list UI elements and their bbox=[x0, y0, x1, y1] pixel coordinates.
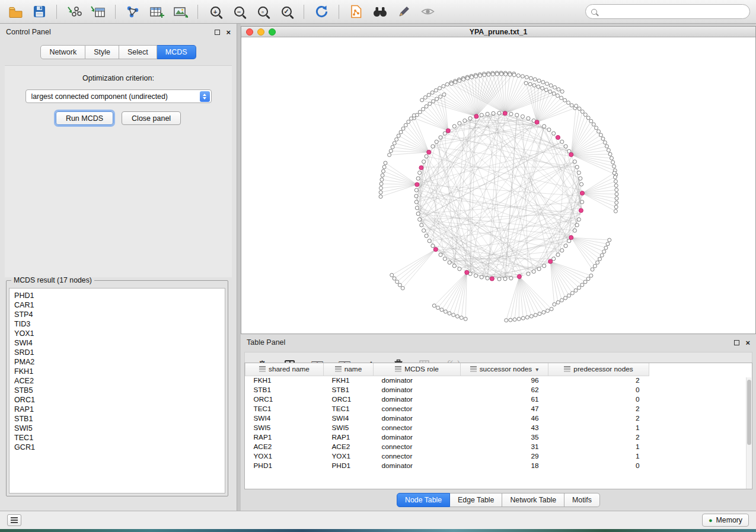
table-cell[interactable]: ACE2 bbox=[245, 442, 324, 451]
mcds-result-item[interactable]: SWI5 bbox=[14, 424, 225, 433]
table-row[interactable]: ORC1ORC1dominator610 bbox=[245, 395, 649, 404]
network-window-titlebar[interactable]: YPA_prune.txt_1 bbox=[241, 27, 755, 37]
table-cell[interactable]: dominator bbox=[374, 461, 461, 470]
table-row[interactable]: RAP1RAP1dominator352 bbox=[245, 432, 649, 442]
col-header-shared-name[interactable]: shared name bbox=[245, 363, 324, 376]
zoom-in-icon[interactable]: + bbox=[206, 3, 225, 21]
run-mcds-button[interactable]: Run MCDS bbox=[56, 111, 113, 125]
table-cell[interactable]: STB1 bbox=[324, 385, 374, 395]
new-network-icon[interactable] bbox=[123, 3, 142, 21]
import-network-icon[interactable] bbox=[65, 3, 84, 21]
save-session-icon[interactable] bbox=[30, 3, 49, 21]
table-cell[interactable]: dominator bbox=[374, 385, 461, 395]
col-header-predecessor-nodes[interactable]: predecessor nodes bbox=[548, 363, 649, 376]
show-panels-button[interactable] bbox=[7, 514, 21, 526]
tab-node-table[interactable]: Node Table bbox=[397, 493, 450, 507]
tab-edge-table[interactable]: Edge Table bbox=[450, 493, 502, 507]
table-cell[interactable]: RAP1 bbox=[245, 432, 324, 442]
table-cell[interactable]: 46 bbox=[461, 414, 548, 423]
memory-button[interactable]: ● Memory bbox=[702, 514, 749, 527]
table-row[interactable]: SWI4SWI4dominator462 bbox=[245, 414, 649, 423]
close-panel-button[interactable]: Close panel bbox=[122, 111, 181, 125]
open-session-icon[interactable] bbox=[6, 3, 25, 21]
optimization-criterion-select[interactable]: largest connected component (undirected) bbox=[25, 89, 212, 103]
export-image-icon[interactable] bbox=[171, 3, 190, 21]
close-panel-icon[interactable]: × bbox=[226, 28, 231, 36]
mcds-result-item[interactable]: PHD1 bbox=[14, 291, 225, 300]
table-cell[interactable]: YOX1 bbox=[324, 451, 374, 461]
table-cell[interactable]: 1 bbox=[548, 423, 649, 432]
mcds-result-item[interactable]: STB5 bbox=[14, 386, 225, 395]
zoom-fit-icon[interactable]: ▫ bbox=[253, 3, 272, 21]
share-network-icon[interactable] bbox=[347, 3, 366, 21]
table-cell[interactable]: 1 bbox=[548, 451, 649, 461]
mcds-result-item[interactable]: YOX1 bbox=[14, 329, 225, 338]
table-cell[interactable]: TEC1 bbox=[324, 404, 374, 414]
mcds-result-item[interactable]: STB1 bbox=[14, 414, 225, 424]
maximize-window-icon[interactable] bbox=[269, 28, 276, 36]
table-cell[interactable]: 96 bbox=[461, 376, 548, 385]
table-cell[interactable]: 61 bbox=[461, 395, 548, 404]
table-cell[interactable]: 2 bbox=[548, 414, 649, 423]
table-row[interactable]: YOX1YOX1connector291 bbox=[245, 451, 649, 461]
table-cell[interactable]: connector bbox=[374, 451, 461, 461]
table-cell[interactable]: dominator bbox=[374, 432, 461, 442]
column-menu-icon[interactable] bbox=[470, 366, 477, 374]
table-cell[interactable]: 18 bbox=[461, 461, 548, 470]
mcds-result-item[interactable]: ACE2 bbox=[14, 376, 225, 386]
table-cell[interactable]: SWI4 bbox=[245, 414, 324, 423]
apply-layout-icon[interactable] bbox=[312, 3, 331, 21]
import-table-icon[interactable] bbox=[88, 3, 107, 21]
table-cell[interactable]: dominator bbox=[374, 376, 461, 385]
column-menu-icon[interactable] bbox=[564, 366, 570, 374]
table-cell[interactable]: FKH1 bbox=[245, 376, 324, 385]
tab-motifs[interactable]: Motifs bbox=[564, 493, 600, 507]
network-view[interactable] bbox=[241, 37, 755, 334]
float-table-panel-icon[interactable] bbox=[734, 340, 739, 345]
table-cell[interactable]: 43 bbox=[461, 423, 548, 432]
close-window-icon[interactable] bbox=[246, 28, 253, 36]
mcds-result-item[interactable]: SWI4 bbox=[14, 338, 225, 348]
mcds-result-item[interactable]: TEC1 bbox=[14, 433, 225, 443]
column-menu-icon[interactable] bbox=[259, 366, 266, 374]
hide-details-icon[interactable] bbox=[418, 3, 437, 21]
zoom-out-icon[interactable]: − bbox=[229, 3, 248, 21]
minimize-window-icon[interactable] bbox=[257, 28, 264, 36]
table-cell[interactable]: PHD1 bbox=[324, 461, 374, 470]
sort-indicator-icon[interactable]: ▾ bbox=[535, 366, 538, 373]
table-cell[interactable]: 2 bbox=[548, 404, 649, 414]
float-panel-icon[interactable] bbox=[215, 30, 220, 35]
mcds-result-item[interactable]: FKH1 bbox=[14, 367, 225, 376]
tab-network-table[interactable]: Network Table bbox=[502, 493, 564, 507]
tab-mcds[interactable]: MCDS bbox=[157, 45, 196, 59]
tab-style[interactable]: Style bbox=[85, 45, 119, 59]
table-row[interactable]: FKH1FKH1dominator962 bbox=[245, 376, 649, 385]
table-cell[interactable]: SWI4 bbox=[324, 414, 374, 423]
table-cell[interactable]: ORC1 bbox=[245, 395, 324, 404]
column-menu-icon[interactable] bbox=[335, 366, 342, 374]
search-box[interactable] bbox=[585, 4, 750, 19]
scrollbar-thumb[interactable] bbox=[747, 380, 751, 445]
mcds-result-item[interactable]: PMA2 bbox=[14, 357, 225, 367]
network-canvas[interactable] bbox=[241, 37, 755, 334]
table-row[interactable]: SWI5SWI5connector431 bbox=[245, 423, 649, 432]
table-cell[interactable]: 2 bbox=[548, 432, 649, 442]
search-input[interactable] bbox=[601, 8, 744, 16]
mcds-result-list[interactable]: PHD1CAR1STP4TID3YOX1SWI4SRD1PMA2FKH1ACE2… bbox=[9, 288, 225, 493]
table-cell[interactable]: 35 bbox=[461, 432, 548, 442]
table-cell[interactable]: connector bbox=[374, 423, 461, 432]
table-cell[interactable]: FKH1 bbox=[324, 376, 374, 385]
mcds-result-item[interactable]: CAR1 bbox=[14, 300, 225, 310]
table-cell[interactable]: 0 bbox=[548, 395, 649, 404]
new-table-icon[interactable] bbox=[147, 3, 166, 21]
col-header-successor-nodes[interactable]: successor nodes▾ bbox=[461, 363, 548, 376]
table-cell[interactable]: 31 bbox=[461, 442, 548, 451]
mcds-result-item[interactable]: TID3 bbox=[14, 319, 225, 329]
first-neighbors-icon[interactable] bbox=[371, 3, 390, 21]
zoom-selected-icon[interactable]: ✓ bbox=[277, 3, 296, 21]
table-cell[interactable]: 0 bbox=[548, 385, 649, 395]
column-menu-icon[interactable] bbox=[395, 366, 401, 374]
table-cell[interactable]: 47 bbox=[461, 404, 548, 414]
mcds-result-item[interactable]: ORC1 bbox=[14, 395, 225, 405]
table-row[interactable]: ACE2ACE2connector311 bbox=[245, 442, 649, 451]
